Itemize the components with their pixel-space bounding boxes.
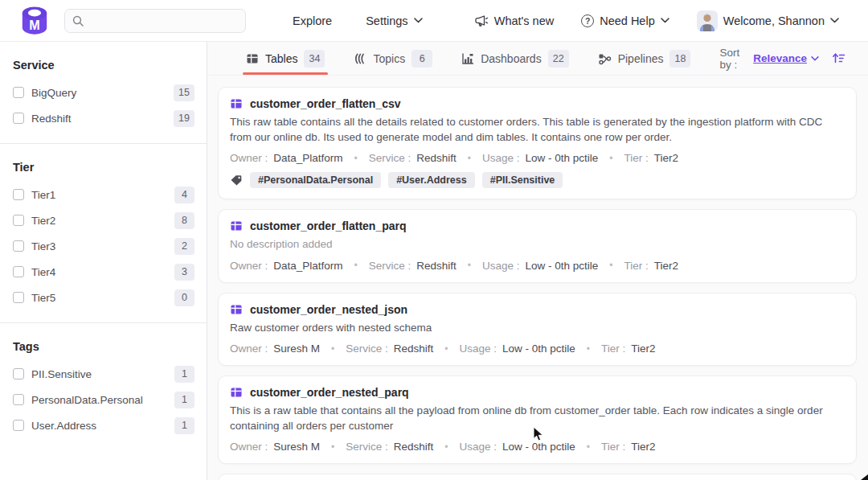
- table-icon: [246, 52, 259, 65]
- search-input[interactable]: [89, 14, 238, 27]
- filter-label: BigQuery: [31, 87, 76, 99]
- tag-pill[interactable]: #PII.Sensitive: [482, 172, 563, 188]
- sort-field-dropdown[interactable]: Relevance: [753, 52, 819, 64]
- filter-label: Tier1: [31, 189, 55, 201]
- nav-explore[interactable]: Explore: [293, 14, 332, 27]
- filter-tier1[interactable]: Tier1 4: [13, 182, 194, 207]
- filter-tier5[interactable]: Tier5 0: [13, 285, 194, 310]
- sort-order-button[interactable]: [832, 51, 845, 65]
- separator: •: [468, 260, 471, 271]
- owner-label: Owner :: [230, 441, 268, 453]
- table-name-link[interactable]: customer_order_nested_parq: [250, 386, 409, 399]
- tab-topics[interactable]: Topics 6: [354, 42, 432, 75]
- separator: •: [331, 343, 334, 355]
- filter-label: Tier3: [31, 240, 55, 252]
- table-description: No description added: [230, 237, 845, 252]
- filter-tier2[interactable]: Tier2 8: [13, 207, 194, 233]
- table-name-link[interactable]: customer_order_flatten_csv: [250, 97, 401, 110]
- chevron-down-icon: [661, 18, 669, 23]
- service-value: Redshift: [394, 343, 434, 355]
- nav-settings[interactable]: Settings: [366, 14, 422, 27]
- checkbox[interactable]: [13, 394, 24, 405]
- tab-count-badge: 18: [669, 50, 690, 68]
- checkbox[interactable]: [13, 240, 24, 252]
- checkbox[interactable]: [13, 215, 24, 226]
- pipeline-icon: [598, 52, 612, 65]
- divider: [0, 322, 207, 323]
- filter-pii-sensitive[interactable]: PII.Sensitive 1: [13, 361, 194, 387]
- table-name-link[interactable]: customer_order_flatten_parq: [250, 219, 407, 232]
- openmetadata-logo-icon[interactable]: M: [19, 5, 50, 37]
- tab-tables[interactable]: Tables 34: [246, 42, 325, 75]
- separator: •: [444, 441, 448, 453]
- nav-explore-label: Explore: [293, 14, 332, 27]
- tier-value: Tier2: [631, 343, 655, 355]
- chevron-down-icon: [811, 56, 819, 61]
- filter-section-tier-title: Tier: [13, 161, 194, 174]
- usage-label: Usage :: [482, 152, 520, 164]
- checkbox[interactable]: [13, 113, 24, 124]
- filter-count-badge: 3: [174, 264, 194, 281]
- filter-redshift[interactable]: Redshift 19: [13, 105, 194, 131]
- separator: •: [331, 441, 334, 453]
- tag-icon: [230, 174, 243, 187]
- filter-label: User.Address: [31, 420, 96, 432]
- separator: •: [354, 260, 358, 271]
- filter-count-badge: 0: [174, 289, 194, 306]
- sort-by-label: Sort by :: [719, 47, 745, 71]
- owner-value: Data_Platform: [273, 260, 342, 272]
- filter-count-badge: 1: [174, 392, 194, 408]
- usage-value: Low - 0th pctile: [526, 152, 599, 164]
- filter-tier4[interactable]: Tier4 3: [13, 259, 194, 285]
- filter-count-badge: 2: [174, 238, 194, 255]
- usage-value: Low - 0th pctile: [502, 343, 575, 355]
- separator: •: [587, 441, 590, 453]
- megaphone-icon: [475, 14, 489, 27]
- tab-pipelines[interactable]: Pipelines 18: [598, 42, 691, 75]
- explore-results-area: Tables 34 Topics 6: [207, 42, 868, 480]
- tag-pill[interactable]: #PersonalData.Personal: [250, 172, 381, 188]
- checkbox[interactable]: [13, 292, 24, 303]
- checkbox[interactable]: [13, 266, 24, 277]
- table-name-link[interactable]: customer_order_nested_json: [250, 303, 407, 316]
- need-help-menu[interactable]: ? Need Help: [581, 14, 669, 27]
- table-meta: Owner : Suresh M • Service : Redshift • …: [230, 343, 845, 355]
- filter-label: Tier4: [31, 266, 55, 278]
- filter-bigquery[interactable]: BigQuery 15: [13, 80, 194, 105]
- tab-dashboards[interactable]: Dashboards 22: [461, 42, 569, 75]
- user-menu[interactable]: Welcome, Shannon: [697, 10, 839, 31]
- checkbox[interactable]: [13, 420, 24, 431]
- chevron-down-icon: [830, 18, 839, 23]
- table-card: customer_order_flatten_parq No descripti…: [218, 209, 857, 283]
- filter-count-badge: 1: [174, 417, 194, 434]
- table-icon: [230, 386, 243, 399]
- tier-value: Tier2: [654, 260, 678, 272]
- filter-user-address[interactable]: User.Address 1: [13, 412, 194, 438]
- corner-artifact: [861, 474, 868, 480]
- service-label: Service :: [369, 260, 411, 272]
- separator: •: [354, 153, 358, 164]
- usage-label: Usage :: [482, 260, 520, 272]
- table-meta: Owner : Data_Platform • Service : Redshi…: [230, 260, 845, 272]
- checkbox[interactable]: [13, 87, 24, 98]
- table-card: customer_order_nested_json Raw customer …: [218, 293, 857, 367]
- table-meta: Owner : Data_Platform • Service : Redshi…: [230, 152, 845, 164]
- filter-tier3[interactable]: Tier3 2: [13, 233, 194, 259]
- tag-pill[interactable]: #User.Address: [388, 172, 475, 188]
- need-help-label: Need Help: [600, 14, 655, 27]
- checkbox[interactable]: [13, 189, 24, 200]
- filter-personaldata-personal[interactable]: PersonalData.Personal 1: [13, 387, 194, 412]
- checkbox[interactable]: [13, 368, 24, 379]
- tab-label: Topics: [373, 52, 405, 65]
- search-icon: [72, 15, 84, 27]
- filter-section-service-title: Service: [13, 59, 194, 72]
- whats-new-button[interactable]: What's new: [475, 14, 555, 27]
- nav-settings-label: Settings: [366, 14, 407, 27]
- table-description: Raw customer orders with nested schema: [230, 321, 845, 336]
- tier-label: Tier :: [601, 343, 625, 355]
- tab-count-badge: 34: [304, 50, 325, 68]
- owner-value: Suresh M: [273, 343, 320, 355]
- usage-value: Low - 0th pctile: [502, 441, 575, 453]
- filter-label: Redshift: [31, 113, 72, 125]
- table-description: This raw table contains all the details …: [230, 115, 845, 145]
